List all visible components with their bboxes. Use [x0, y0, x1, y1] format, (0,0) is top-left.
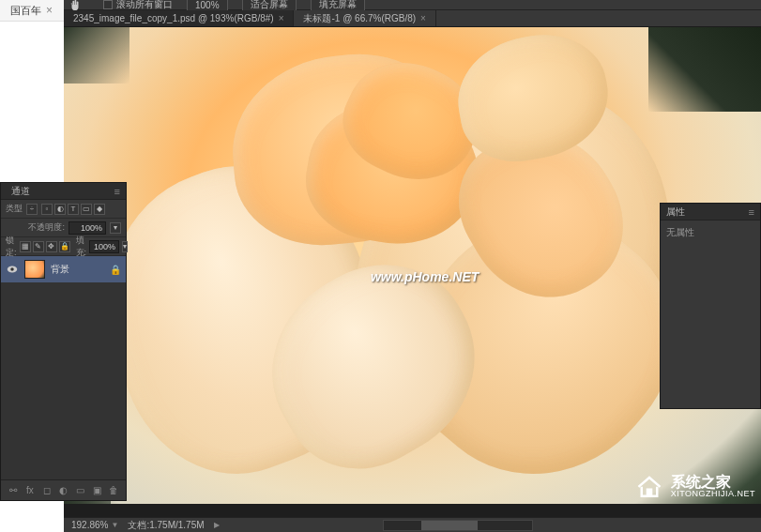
- status-zoom-value: 192.86%: [71, 520, 108, 530]
- properties-content: 无属性: [666, 227, 694, 237]
- new-layer-icon[interactable]: ▣: [90, 484, 103, 497]
- layer-thumbnail: [24, 260, 45, 279]
- filter-adjust-icon[interactable]: ◐: [54, 204, 66, 215]
- browser-tab[interactable]: 国百年 ×: [5, 1, 58, 21]
- link-layers-icon[interactable]: ⚯: [7, 484, 20, 497]
- document-tab-label: 未标题-1 @ 66.7%(RGB/8): [303, 12, 416, 25]
- layer-style-icon[interactable]: fx: [23, 484, 37, 497]
- type-filter-label: 类型: [6, 203, 23, 215]
- layers-empty-area: [1, 282, 126, 479]
- layer-name: 背景: [51, 263, 104, 276]
- panel-menu-icon[interactable]: ≡: [114, 186, 120, 197]
- chevron-down-icon[interactable]: ▾: [110, 222, 121, 234]
- document-tab[interactable]: 未标题-1 @ 66.7%(RGB/8) ×: [294, 10, 435, 26]
- filter-shape-icon[interactable]: ▭: [81, 204, 92, 215]
- visibility-icon[interactable]: [6, 263, 19, 276]
- watermark-center: www.pHome.NET: [371, 269, 479, 284]
- horizontal-scrollbar[interactable]: [383, 520, 533, 531]
- layer-item[interactable]: 背景 🔒: [1, 256, 126, 282]
- chevron-right-icon[interactable]: ▶: [214, 521, 220, 529]
- lock-position-icon[interactable]: ✥: [46, 241, 57, 252]
- svg-point-6: [10, 267, 14, 271]
- svg-rect-4: [646, 488, 652, 495]
- chevron-down-icon[interactable]: ▾: [122, 241, 128, 252]
- watermark-brand-cn: 系统之家: [671, 475, 755, 490]
- properties-panel: 属性 ≡ 无属性: [660, 203, 761, 409]
- filter-text-icon[interactable]: T: [68, 204, 79, 215]
- dropdown-icon[interactable]: ÷: [26, 204, 38, 215]
- status-doc-info: 文档:1.75M/1.75M: [128, 519, 204, 532]
- panel-tab-channels[interactable]: 通道: [7, 183, 35, 200]
- lock-label: 锁定:: [6, 235, 17, 259]
- fill-input[interactable]: [89, 240, 119, 253]
- canvas-image: [64, 27, 761, 504]
- panel-tab-properties[interactable]: 属性: [666, 205, 685, 219]
- filter-pixel-icon[interactable]: ▫: [41, 204, 53, 215]
- delete-layer-icon[interactable]: 🗑: [107, 484, 120, 497]
- checkbox-icon: [103, 0, 113, 9]
- panel-menu-icon[interactable]: ≡: [749, 206, 754, 218]
- lock-pixels-icon[interactable]: ✎: [33, 241, 44, 252]
- scrollbar-thumb[interactable]: [421, 521, 478, 530]
- group-icon[interactable]: ▭: [73, 484, 86, 497]
- fill-label: 填充:: [76, 235, 87, 259]
- lock-all-icon[interactable]: 🔒: [59, 241, 70, 252]
- document-tab[interactable]: 2345_image_file_copy_1.psd @ 193%(RGB/8#…: [64, 10, 294, 26]
- house-icon: [633, 473, 665, 499]
- lock-icon: 🔒: [110, 265, 121, 275]
- canvas[interactable]: www.pHome.NET 系统之家 XITONGZHIJIA.NET 192.…: [64, 27, 761, 532]
- chevron-down-icon: ▼: [111, 521, 118, 529]
- adjustment-layer-icon[interactable]: ◐: [56, 484, 69, 497]
- close-icon[interactable]: ×: [46, 4, 53, 17]
- watermark-brand: 系统之家 XITONGZHIJIA.NET: [633, 473, 755, 499]
- close-icon[interactable]: ×: [420, 13, 426, 23]
- opacity-label: 不透明度:: [28, 221, 65, 234]
- close-icon[interactable]: ×: [279, 13, 284, 23]
- layer-mask-icon[interactable]: ◻: [40, 484, 53, 497]
- browser-tab-label: 国百年: [10, 4, 41, 18]
- watermark-brand-en: XITONGZHIJIA.NET: [671, 490, 755, 498]
- lock-transparent-icon[interactable]: ▦: [20, 241, 31, 252]
- status-zoom[interactable]: 192.86% ▼: [71, 520, 118, 530]
- layers-panel: 通道 ≡ 类型 ÷ ▫ ◐ T ▭ ◆ 不透明度: ▾ 锁定: ▦ ✎ ✥ 🔒 …: [0, 182, 127, 501]
- document-tab-label: 2345_image_file_copy_1.psd @ 193%(RGB/8#…: [73, 13, 274, 23]
- filter-smart-icon[interactable]: ◆: [94, 204, 105, 215]
- opacity-input[interactable]: [68, 221, 106, 235]
